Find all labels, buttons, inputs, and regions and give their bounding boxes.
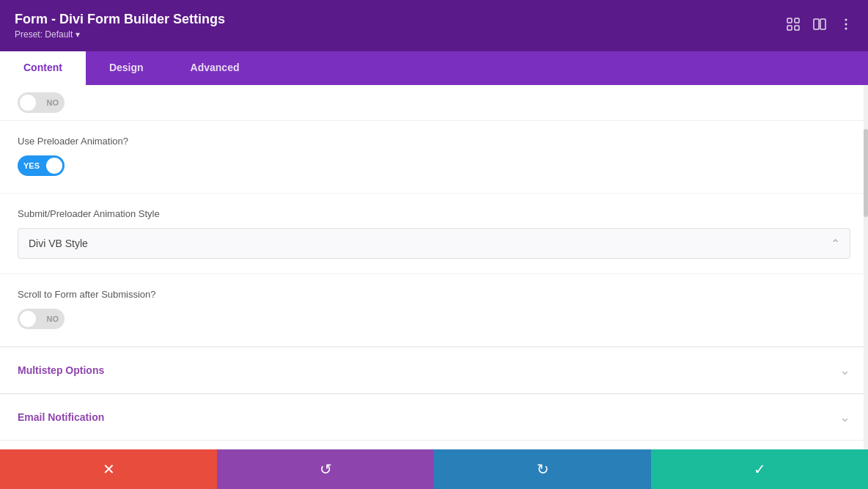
scrollbar-thumb[interactable] [864,129,868,217]
scroll-toggle[interactable]: NO [18,309,65,329]
redo-icon: ↻ [537,460,549,478]
multistep-accordion: Multistep Options ⌄ [0,347,868,394]
scroll-form-section: Scroll to Form after Submission? NO [0,274,868,347]
toggle-no-label: NO [47,98,59,107]
preloader-animation-label: Use Preloader Animation? [18,136,850,147]
animation-style-select-wrap: Divi VB Style Spinner Dots Bounce ⌃ [18,228,850,259]
main-content: NO Use Preloader Animation? YES Submit/P… [0,85,868,449]
toggle-yes-label: YES [23,161,40,170]
header: Form - Divi Form Builder Settings Preset… [0,0,868,51]
svg-rect-2 [787,26,792,30]
animation-style-label: Submit/Preloader Animation Style [18,208,850,219]
svg-rect-4 [814,19,819,29]
footer-toolbar: ✕ ↺ ↻ ✓ [0,449,868,489]
tabs-bar: Content Design Advanced [0,51,868,85]
email-notification-accordion: Email Notification ⌄ [0,394,868,441]
svg-point-8 [845,27,847,29]
columns-icon[interactable] [812,17,827,35]
email-notification-accordion-header[interactable]: Email Notification ⌄ [0,394,868,441]
save-icon: ✓ [754,460,766,478]
save-button[interactable]: ✓ [651,449,868,489]
header-preset[interactable]: Preset: Default ▾ [15,29,225,40]
scrollbar-track [864,85,868,449]
scroll-toggle-no-label: NO [47,315,59,323]
undo-icon: ↺ [320,460,332,478]
animation-style-section: Submit/Preloader Animation Style Divi VB… [0,194,868,274]
svg-rect-5 [820,19,825,29]
focus-mode-icon[interactable] [786,17,801,35]
scroll-toggle-knob [20,311,36,327]
header-icons [786,17,853,35]
svg-point-6 [845,18,847,21]
tab-advanced[interactable]: Advanced [167,51,263,85]
svg-rect-3 [795,26,799,30]
email-notification-title: Email Notification [18,411,104,423]
multistep-chevron-icon: ⌄ [839,362,850,378]
cancel-icon: ✕ [103,460,115,478]
preloader-animation-section: Use Preloader Animation? YES [0,121,868,194]
redo-button[interactable]: ↻ [434,449,651,489]
more-options-icon[interactable] [839,17,853,35]
cancel-button[interactable]: ✕ [0,449,217,489]
preloader-toggle[interactable]: YES [18,155,65,176]
undo-button[interactable]: ↺ [217,449,434,489]
header-title: Form - Divi Form Builder Settings [15,12,225,27]
animation-style-select[interactable]: Divi VB Style Spinner Dots Bounce [18,228,850,259]
header-title-area: Form - Divi Form Builder Settings Preset… [15,12,225,40]
multistep-accordion-title: Multistep Options [18,364,104,376]
email-notification-chevron-icon: ⌄ [839,409,850,425]
top-toggle[interactable]: NO [18,92,65,113]
tab-design[interactable]: Design [86,51,167,85]
scroll-form-label: Scroll to Form after Submission? [18,289,850,300]
toggle-knob [20,95,36,111]
top-partial-section: NO [0,85,868,121]
svg-rect-1 [795,18,799,23]
toggle-yes-knob [46,158,62,174]
svg-point-7 [845,23,847,25]
svg-rect-0 [787,18,792,23]
tab-content[interactable]: Content [0,51,86,85]
multistep-accordion-header[interactable]: Multistep Options ⌄ [0,348,868,394]
